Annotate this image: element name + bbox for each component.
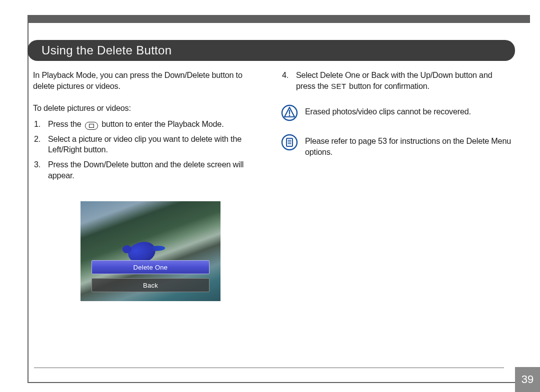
section-title: Using the Delete Button: [42, 43, 172, 57]
set-button-label: SET: [330, 82, 347, 90]
footer-rule: [34, 368, 504, 368]
right-column: Select Delete One or Back with the Up/Do…: [281, 70, 513, 301]
intro-paragraph: In Playback Mode, you can press the Down…: [33, 70, 265, 92]
step-1-pre: Press the: [48, 119, 84, 128]
note-icon: [281, 134, 298, 151]
section-header: Using the Delete Button: [28, 40, 515, 61]
playback-icon: [85, 122, 98, 130]
camera-screenshot: Delete One Back: [80, 201, 220, 301]
warning-icon: [281, 104, 298, 121]
delete-menu: Delete One Back: [92, 260, 210, 292]
step-4: Select Delete One or Back with the Up/Do…: [281, 70, 513, 92]
steps-heading: To delete pictures or videos:: [33, 103, 265, 114]
menu-item-delete-one: Delete One: [92, 260, 210, 274]
step-3: Press the Down/Delete button and the del…: [33, 159, 265, 181]
warning-text: Erased photos/video clips cannot be reco…: [305, 104, 513, 117]
menu-item-back: Back: [92, 278, 210, 292]
page-number: 39: [515, 367, 540, 392]
note-text: Please refer to page 53 for instructions…: [305, 134, 513, 158]
left-column: In Playback Mode, you can press the Down…: [33, 70, 265, 301]
step-2: Select a picture or video clip you want …: [33, 134, 265, 156]
content-area: In Playback Mode, you can press the Down…: [33, 70, 513, 301]
step-1: Press the button to enter the Playback M…: [33, 119, 265, 130]
steps-list-left: Press the button to enter the Playback M…: [33, 119, 265, 181]
steps-list-right: Select Delete One or Back with the Up/Do…: [281, 70, 513, 92]
svg-point-2: [289, 115, 290, 116]
step-1-post: button to enter the Playback Mode.: [100, 119, 224, 128]
step-4-post: button for confirmation.: [347, 81, 430, 90]
warning-row: Erased photos/video clips cannot be reco…: [281, 104, 513, 121]
note-row: Please refer to page 53 for instructions…: [281, 134, 513, 158]
page-header-bar: [28, 15, 530, 23]
